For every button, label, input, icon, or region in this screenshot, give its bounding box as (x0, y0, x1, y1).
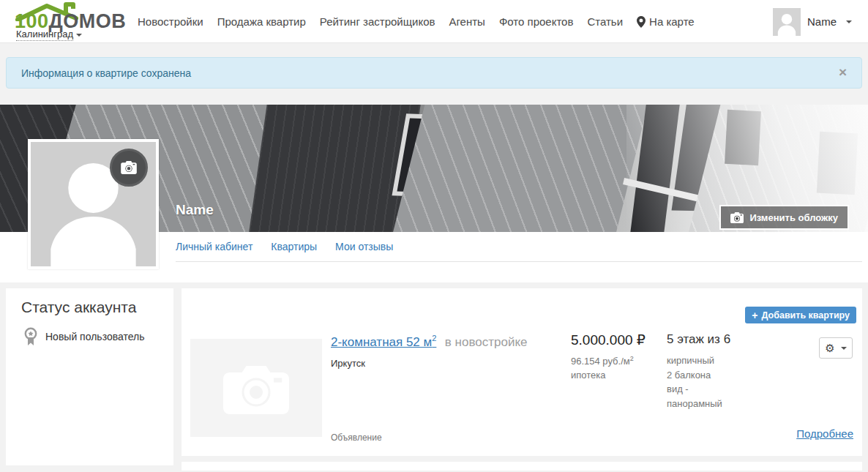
user-menu[interactable]: Name (773, 0, 852, 43)
gear-icon: ⚙ (825, 342, 834, 353)
account-status-title: Статус аккаунта (21, 299, 136, 316)
nav-item-novostroyki[interactable]: Новостройки (138, 15, 203, 28)
close-icon[interactable]: × (839, 65, 847, 79)
listing-detail: панорамный (667, 397, 722, 411)
nav-item-prodazha-kvartir[interactable]: Продажа квартир (217, 15, 306, 28)
tab-lichnyy-kabinet[interactable]: Личный кабинет (176, 241, 252, 252)
person-icon (773, 8, 801, 36)
nav-item-reyting-zastroyshchikov[interactable]: Рейтинг застройщиков (320, 15, 435, 28)
price-per-m2-sup: 2 (630, 355, 634, 362)
listing-more-link[interactable]: Подробнее (796, 427, 853, 440)
user-avatar (773, 8, 801, 36)
alert-info: Информация о квартире сохранена × (6, 57, 862, 89)
city-selector[interactable]: Калининград (16, 29, 82, 40)
main-nav: Новостройки Продажа квартир Рейтинг заст… (138, 0, 695, 43)
price-per-m2-text: 96.154 руб./м (571, 356, 630, 367)
chevron-down-icon (76, 34, 82, 37)
plus-icon: + (752, 310, 757, 321)
chevron-down-icon (841, 347, 847, 350)
camera-icon (222, 362, 290, 414)
tabs-divider (176, 261, 862, 262)
page: 100ДОМОВ Калининград Новостройки Продажа… (0, 0, 868, 472)
listing-mortgage: ипотека (571, 370, 606, 381)
listing-detail: вид - (667, 382, 722, 397)
next-card-partial (182, 462, 862, 471)
listing-title-note: в новостройке (445, 335, 528, 349)
logo[interactable]: 100ДОМОВ (15, 4, 126, 24)
listing-photo-placeholder[interactable] (190, 339, 322, 437)
listing-city: Иркутск (331, 358, 365, 369)
cover-art (390, 105, 650, 232)
nav-item-na-karte[interactable]: На карте (637, 15, 695, 28)
tab-kvartiry[interactable]: Квартиры (271, 241, 317, 252)
account-status-card: Статус аккаунта Новый пользователь (6, 288, 173, 465)
listing-title-link[interactable]: 2-комнатная 52 м2 (331, 335, 436, 349)
map-pin-icon (637, 16, 646, 28)
camera-icon (730, 212, 744, 223)
listing-floor: 5 этаж из 6 (667, 332, 730, 347)
listing-detail: 2 балкона (667, 368, 722, 383)
add-apartment-label: Добавить квартиру (762, 310, 850, 321)
listing-price: 5.000.000 ₽ (571, 331, 646, 348)
listing-detail: кирпичный (667, 353, 722, 368)
listing-price-per-m2: 96.154 руб./м2 (571, 355, 634, 367)
listing-title-sup: 2 (432, 334, 436, 342)
nav-item-stati[interactable]: Статьи (587, 15, 623, 28)
listing-title: 2-комнатная 52 м (331, 335, 432, 349)
account-status-row: Новый пользователь (23, 327, 144, 346)
tab-moi-otzyvy[interactable]: Мои отзывы (335, 241, 393, 252)
nav-item-label: На карте (649, 15, 695, 28)
cover-art (247, 105, 422, 232)
listing-title-row: 2-комнатная 52 м2 в новостройке (331, 334, 527, 350)
change-cover-label: Изменить обложку (749, 212, 838, 223)
nav-item-foto-proektov[interactable]: Фото проектов (499, 15, 574, 28)
profile-avatar[interactable] (28, 139, 159, 269)
apartments-card: + Добавить квартиру 2-комнатная 52 м2 в … (182, 288, 862, 456)
change-avatar-button[interactable] (110, 149, 148, 187)
city-name: Калининград (16, 29, 73, 41)
account-status-label: Новый пользователь (45, 331, 144, 342)
user-name: Name (807, 15, 837, 28)
listing-actions-button[interactable]: ⚙ (819, 337, 853, 359)
alert-message: Информация о квартире сохранена (21, 67, 191, 79)
add-apartment-button[interactable]: + Добавить квартиру (745, 307, 856, 323)
chevron-down-icon (846, 20, 852, 23)
nav-item-agenty[interactable]: Агенты (449, 15, 484, 28)
profile-name: Name (176, 202, 214, 218)
camera-icon (121, 161, 137, 174)
profile-tabs: Личный кабинет Квартиры Мои отзывы (176, 232, 393, 261)
medal-icon (23, 327, 38, 346)
listing-details: кирпичный 2 балкона вид - панорамный (667, 353, 722, 411)
change-cover-button[interactable]: Изменить обложку (719, 205, 849, 230)
listing-kind-label: Объявление (331, 432, 382, 443)
header: 100ДОМОВ Калининград Новостройки Продажа… (0, 0, 868, 43)
